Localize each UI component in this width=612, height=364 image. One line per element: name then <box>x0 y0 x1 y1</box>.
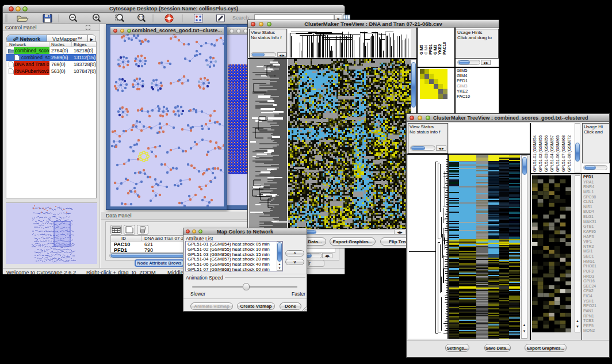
svg-text:1:1: 1:1 <box>139 16 143 19</box>
